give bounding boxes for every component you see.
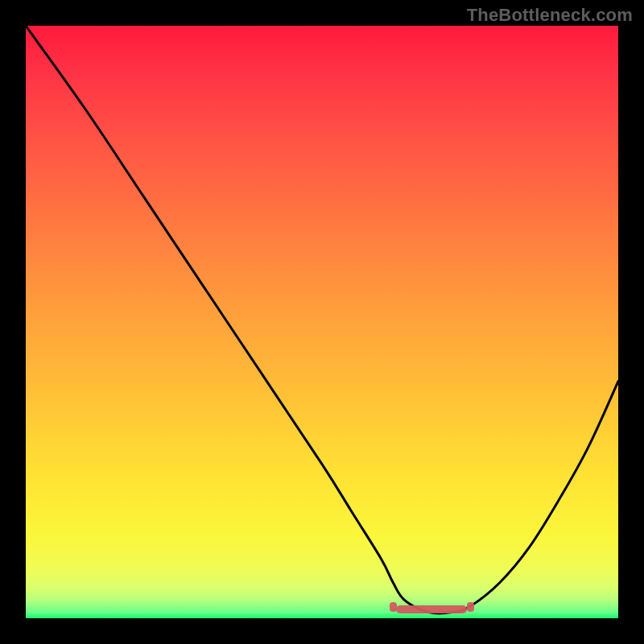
plot-area bbox=[26, 26, 618, 618]
bottleneck-curve bbox=[26, 26, 618, 618]
watermark-text: TheBottleneck.com bbox=[467, 5, 633, 26]
valley-flat-segment bbox=[396, 605, 467, 613]
curve-path bbox=[26, 26, 618, 613]
chart-frame: TheBottleneck.com bbox=[0, 0, 644, 644]
valley-end-dot-right bbox=[467, 602, 474, 612]
